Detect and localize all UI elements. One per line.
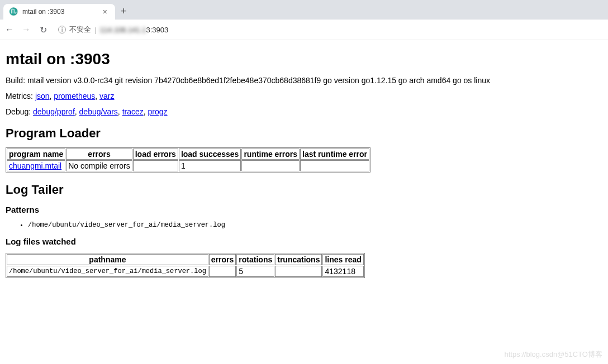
omnibox[interactable]: i 不安全 | 114.106.141.13:3903 (58, 25, 168, 35)
table-header-row: program name errors load errors load suc… (7, 149, 369, 160)
td-truncations (275, 266, 322, 277)
table-row: chuangmi.mtail No compile errors 1 (7, 160, 369, 171)
metrics-json-link[interactable]: json (35, 92, 50, 100)
watched-heading: Log files watched (6, 237, 602, 246)
patterns-heading: Patterns (6, 205, 602, 214)
metrics-prometheus-link[interactable]: prometheus (54, 92, 95, 100)
debug-pprof-link[interactable]: debug/pprof (33, 107, 75, 116)
th-pathname: pathname (7, 254, 208, 265)
page-title: mtail on :3903 (6, 50, 602, 68)
metrics-line: Metrics: json, prometheus, varz (6, 92, 602, 100)
th-runtime-errors: runtime errors (241, 149, 300, 160)
debug-line: Debug: debug/pprof, debug/vars, tracez, … (6, 107, 602, 116)
watched-table: pathname errors rotations truncations li… (6, 253, 365, 278)
program-loader-heading: Program Loader (6, 126, 602, 141)
watermark: https://blog.csdn@51CTO博客 (504, 349, 602, 360)
td-lines-read: 4132118 (322, 266, 363, 277)
url-text: 114.106.141.13:3903 (99, 26, 168, 34)
td-load-errors (133, 160, 178, 171)
debug-vars-link[interactable]: debug/vars (79, 107, 118, 116)
page-content: mtail on :3903 Build: mtail version v3.0… (0, 40, 608, 287)
debug-tracez-link[interactable]: tracez (122, 107, 144, 116)
build-info: Build: mtail version v3.0.0-rc34 git rev… (6, 76, 602, 85)
td-runtime-errors (241, 160, 300, 171)
program-loader-table: program name errors load errors load suc… (6, 147, 370, 173)
tab-title: mtail on :3903 (22, 8, 64, 16)
th-last-runtime-error: last runtime error (300, 149, 369, 160)
td-load-successes: 1 (179, 160, 241, 171)
list-item: /home/ubuntu/video_server_for_ai/media_s… (28, 221, 602, 229)
td-errors (209, 266, 236, 277)
th-program-name: program name (7, 149, 65, 160)
patterns-list: /home/ubuntu/video_server_for_ai/media_s… (6, 221, 602, 229)
favicon-icon: ♏ (9, 7, 18, 16)
td-rotations: 5 (236, 266, 274, 277)
new-tab-button[interactable]: + (115, 3, 132, 20)
address-bar: ← → ↻ i 不安全 | 114.106.141.13:3903 (0, 20, 608, 40)
close-icon[interactable]: × (101, 7, 110, 16)
forward-button[interactable]: → (21, 25, 31, 35)
th-lines-read: lines read (322, 254, 363, 265)
reload-button[interactable]: ↻ (38, 25, 48, 35)
th-load-errors: load errors (133, 149, 178, 160)
browser-chrome: ♏ mtail on :3903 × + ← → ↻ i 不安全 | 114.1… (0, 0, 608, 40)
th-errors: errors (66, 149, 132, 160)
th-rotations: rotations (236, 254, 274, 265)
table-row: /home/ubuntu/video_server_for_ai/media_s… (7, 266, 364, 277)
back-button[interactable]: ← (4, 25, 15, 35)
insecure-label: 不安全 (69, 25, 91, 35)
th-truncations: truncations (275, 254, 322, 265)
metrics-varz-link[interactable]: varz (99, 92, 114, 100)
separator: | (94, 26, 96, 34)
table-header-row: pathname errors rotations truncations li… (7, 254, 364, 265)
log-tailer-heading: Log Tailer (6, 183, 602, 197)
program-link[interactable]: chuangmi.mtail (9, 161, 61, 170)
info-icon: i (58, 26, 66, 33)
th-load-successes: load successes (179, 149, 241, 160)
td-errors: No compile errors (66, 160, 132, 171)
td-last-runtime-error (300, 160, 369, 171)
debug-progz-link[interactable]: progz (148, 107, 168, 116)
tab-strip: ♏ mtail on :3903 × + (0, 0, 608, 20)
td-pathname: /home/ubuntu/video_server_for_ai/media_s… (7, 266, 208, 277)
th-errors: errors (209, 254, 236, 265)
browser-tab[interactable]: ♏ mtail on :3903 × (3, 4, 115, 20)
td-program-name: chuangmi.mtail (7, 160, 65, 171)
